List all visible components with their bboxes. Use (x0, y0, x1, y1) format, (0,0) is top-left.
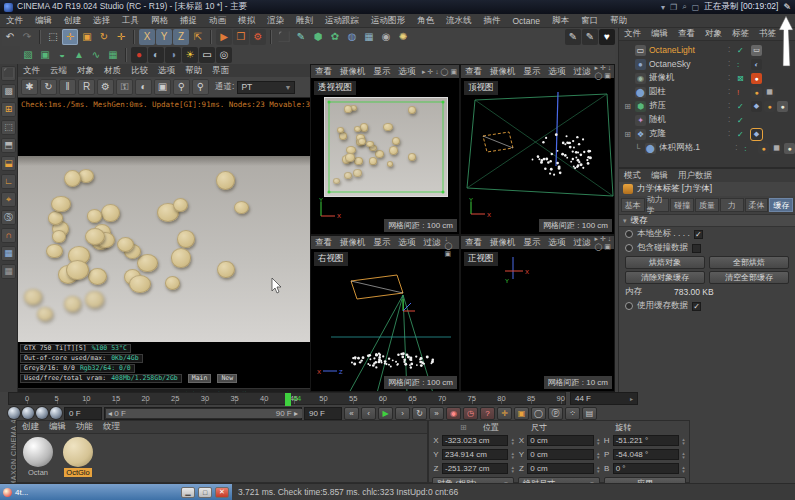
tab-力[interactable]: 力 (720, 198, 744, 212)
octane-menu-材质[interactable]: 材质 (99, 65, 126, 77)
key-pla-icon[interactable]: ⁘ (565, 407, 580, 420)
object-row-OctaneLight[interactable]: ▭OctaneLight⁚✓▭ (619, 43, 795, 57)
viewport-front[interactable]: 查看摄像机显示选项过滤▸ ✛ ↓ ◯ ▣ X Y 正视图 网格间距 : 10 c… (460, 235, 615, 392)
viewport-right[interactable]: 查看摄像机显示选项过滤▸ ✛ ↓ ◯ ▣ Z X (310, 235, 460, 392)
om-menu-对象[interactable]: 对象 (700, 28, 727, 40)
white-balance-picker-icon[interactable]: ⚲ (192, 79, 209, 95)
material-picker-icon[interactable]: ◐ (135, 79, 152, 95)
coord-field-Z[interactable]: 0 cm (527, 463, 593, 474)
start-frame-field[interactable]: 0 F (64, 407, 102, 420)
visibility-dots-icon[interactable]: ⁚ (724, 102, 734, 110)
enable-check-icon[interactable]: : (737, 60, 746, 69)
polygons-mode-icon[interactable]: ⬒ (1, 138, 16, 153)
dropdown-caret-icon[interactable]: ▾ (661, 3, 665, 12)
restart-render-icon[interactable]: ↻ (40, 79, 57, 95)
tab-动力学[interactable]: 动力学 (646, 198, 670, 212)
octane-menu-云端[interactable]: 云端 (45, 65, 72, 77)
menu-渲染[interactable]: 渲染 (261, 15, 290, 27)
menu-文件[interactable]: 文件 (0, 15, 29, 27)
menu-运动跟踪[interactable]: 运动跟踪 (319, 15, 365, 27)
object-tag-icon[interactable]: ◆ (751, 129, 762, 140)
edges-mode-icon[interactable]: ⬚ (1, 120, 16, 135)
mat-menu-纹理[interactable]: 纹理 (98, 421, 125, 433)
settings-gear-icon[interactable]: ⚙ (97, 79, 114, 95)
visibility-dots-icon[interactable]: ⁚ (724, 46, 734, 54)
redo-icon[interactable]: ↷ (19, 29, 35, 45)
region-render-icon[interactable]: ▣ (154, 79, 171, 95)
vp2-menu-显示[interactable]: 显示 (370, 237, 395, 249)
tab-基本[interactable]: 基本 (621, 198, 645, 212)
scale-tool-icon[interactable]: ▣ (79, 29, 95, 45)
object-tag-icon[interactable]: ▦ (771, 143, 782, 154)
object-tag-icon[interactable]: ◐ (751, 59, 762, 70)
realtime-icon[interactable]: R (78, 79, 95, 95)
local-coords-checkbox[interactable]: ✓ (694, 230, 703, 239)
render-settings-icon[interactable]: ⚙ (250, 29, 266, 45)
rotate-tool-icon[interactable]: ↻ (96, 29, 112, 45)
object-row-随机[interactable]: ✦随机⁚✓ (619, 113, 795, 127)
timeline-ruler[interactable]: 05101520253035404550556065707580859044 (8, 392, 566, 405)
favorites-heart-icon[interactable]: ♥ (599, 29, 615, 45)
make-editable-icon[interactable]: ⬓ (1, 156, 16, 171)
vp1-menu-显示[interactable]: 显示 (520, 66, 545, 78)
next-frame-icon[interactable]: › (395, 407, 410, 420)
menu-创建[interactable]: 创建 (58, 15, 87, 27)
enable-check-icon[interactable]: ✓ (737, 46, 746, 55)
enable-check-icon[interactable]: ✓ (737, 130, 746, 139)
tab-碰撞[interactable]: 碰撞 (670, 198, 694, 212)
material-Octan[interactable]: Octan (21, 437, 55, 477)
lathe-icon[interactable]: ◒ (54, 47, 70, 63)
vp2-menu-摄像机[interactable]: 摄像机 (336, 237, 370, 249)
undo-icon[interactable]: ↶ (2, 29, 18, 45)
kernel-settings-icon[interactable]: ✱ (21, 79, 38, 95)
menu-帮助[interactable]: 帮助 (604, 15, 633, 27)
use-cache-checkbox[interactable]: ✓ (692, 302, 701, 311)
om-menu-标签[interactable]: 标签 (727, 28, 754, 40)
vp2-menu-过滤[interactable]: 过滤 (420, 237, 445, 249)
vp1-menu-过滤[interactable]: 过滤 (570, 66, 595, 78)
frame-range-slider[interactable]: ◂ 0 F90 F ▸ (104, 407, 302, 420)
current-frame-marker[interactable] (285, 393, 291, 406)
object-tag-icon[interactable]: ● (751, 87, 762, 98)
om-menu-编辑[interactable]: 编辑 (646, 28, 673, 40)
pen-spline-icon[interactable]: ✎ (293, 29, 309, 45)
tab-柔体[interactable]: 柔体 (745, 198, 769, 212)
points-mode-icon[interactable]: ⊞ (1, 102, 16, 117)
sphere-shade-icon[interactable]: ◐ (148, 47, 164, 63)
visibility-dots-icon[interactable]: ⁚ (724, 130, 734, 138)
mograph-icon[interactable]: ✿ (327, 29, 343, 45)
cube-edit-icon[interactable]: ▣ (37, 47, 53, 63)
key-scale-icon[interactable]: ▣ (514, 407, 529, 420)
layout-icon[interactable]: ❐ (670, 3, 677, 12)
menu-插件[interactable]: 插件 (478, 15, 507, 27)
visibility-dots-icon[interactable]: ⁚ (724, 88, 734, 96)
viewport-perspective[interactable]: 查看摄像机显示选项▸ ✛ ↓ ◯ ▣ Y X 透视视图 网格间距 : 100 c… (310, 64, 460, 235)
visibility-dots-icon[interactable]: ⁚ (724, 74, 734, 82)
menu-捕捉[interactable]: 捕捉 (174, 15, 203, 27)
object-row-体积网格.1[interactable]: └⬤体积网格.1⁚:●▦● (619, 141, 795, 155)
pencil-icon[interactable]: ✎ (783, 2, 791, 12)
tab-质量[interactable]: 质量 (695, 198, 719, 212)
prev-key-icon[interactable]: ‹ (361, 407, 376, 420)
visibility-dots-icon[interactable]: ⁚ (724, 60, 734, 68)
octane-menu-界面[interactable]: 界面 (207, 65, 234, 77)
mat-menu-编辑[interactable]: 编辑 (44, 421, 71, 433)
sweep-icon[interactable]: ∿ (88, 47, 104, 63)
am-menu-编辑[interactable]: 编辑 (646, 170, 673, 182)
model-mode-icon[interactable]: ⬛ (1, 66, 16, 81)
autokey-clock-icon[interactable]: ◷ (463, 407, 478, 420)
menu-编辑[interactable]: 编辑 (29, 15, 58, 27)
key-parameter-icon[interactable]: Ⓟ (548, 407, 563, 420)
lock-resolution-icon[interactable]: ⚿ (116, 79, 133, 95)
landscape-icon[interactable]: ▲ (71, 47, 87, 63)
magnet-icon[interactable]: ∩ (1, 228, 16, 243)
object-row-摄像机[interactable]: ◉摄像机⁚⊠● (619, 71, 795, 85)
vp1-menu-查看[interactable]: 查看 (461, 66, 486, 78)
minimize-button[interactable]: ▁ (181, 487, 195, 498)
material-paint-icon[interactable]: ✎ (565, 29, 581, 45)
menu-网格[interactable]: 网格 (145, 15, 174, 27)
channel-dropdown[interactable]: PT▼ (237, 81, 295, 94)
om-menu-书签[interactable]: 书签 (754, 28, 781, 40)
floor-icon[interactable]: ▭ (199, 47, 215, 63)
include-collision-checkbox[interactable] (692, 244, 701, 253)
